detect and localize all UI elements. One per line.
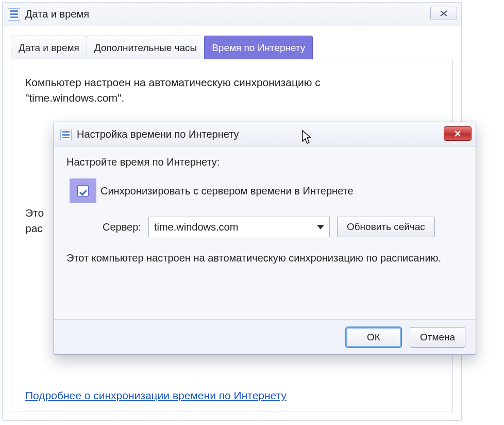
calendar-icon	[8, 8, 20, 21]
server-row: Сервер: time.windows.com Обновить сейчас	[103, 217, 463, 237]
checkbox-highlight	[70, 178, 96, 203]
sync-status-line2: "time.windows.com".	[25, 90, 439, 106]
tab-additional-clocks[interactable]: Дополнительные часы	[87, 36, 205, 59]
tab-internet-time[interactable]: Время по Интернету	[204, 36, 313, 59]
close-icon	[439, 10, 448, 17]
sync-checkbox-row: Синхронизировать с сервером времени в Ин…	[70, 178, 463, 203]
dialog-footer: ОК Отмена	[54, 319, 476, 354]
dialog-close-button[interactable]	[444, 126, 472, 141]
sync-checkbox-label[interactable]: Синхронизировать с сервером времени в Ин…	[100, 185, 354, 197]
tab-date-time[interactable]: Дата и время	[11, 36, 87, 59]
dialog-title: Настройка времени по Интернету	[77, 128, 239, 140]
button-label: Обновить сейчас	[347, 221, 425, 233]
dialog-description: Этот компьютер настроен на автоматическу…	[66, 251, 463, 266]
main-window-title: Дата и время	[25, 8, 89, 20]
button-label: ОК	[367, 332, 380, 343]
server-combobox[interactable]: time.windows.com	[148, 217, 330, 237]
tab-strip: Дата и время Дополнительные часы Время п…	[11, 36, 312, 59]
ok-button[interactable]: ОК	[346, 327, 401, 348]
server-value: time.windows.com	[154, 221, 238, 233]
main-titlebar: Дата и время	[3, 3, 461, 26]
tab-label: Время по Интернету	[212, 42, 305, 54]
tab-label: Дата и время	[19, 42, 79, 54]
update-now-button[interactable]: Обновить сейчас	[337, 217, 435, 237]
tab-label: Дополнительные часы	[94, 42, 197, 54]
sync-checkbox[interactable]	[77, 185, 89, 197]
dialog-titlebar: Настройка времени по Интернету	[54, 122, 476, 147]
cancel-button[interactable]: Отмена	[410, 327, 465, 348]
button-label: Отмена	[420, 332, 455, 343]
main-close-button[interactable]	[430, 7, 457, 20]
chevron-down-icon	[317, 225, 324, 230]
server-label: Сервер:	[103, 221, 141, 233]
sync-status-line1: Компьютер настроен на автоматическую син…	[25, 75, 439, 90]
dialog-body: Настройте время по Интернету: Синхронизи…	[54, 147, 476, 266]
calendar-icon	[60, 129, 72, 140]
learn-more-link[interactable]: Подробнее о синхронизации времени по Инт…	[25, 389, 287, 402]
internet-time-settings-dialog: Настройка времени по Интернету Настройте…	[54, 122, 476, 355]
close-icon	[453, 130, 462, 137]
dialog-subhead: Настройте время по Интернету:	[66, 156, 463, 168]
